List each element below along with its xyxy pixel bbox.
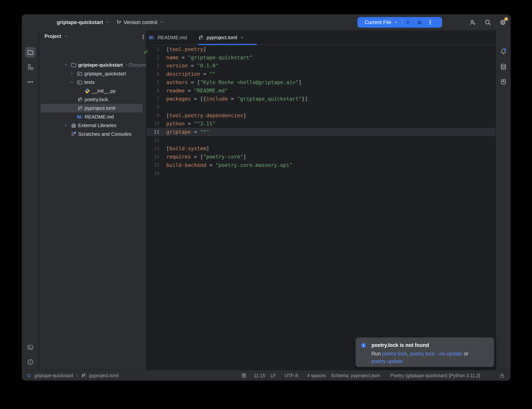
- code-line-11[interactable]: 11griptape = "*": [147, 128, 495, 136]
- lock-status-icon[interactable]: [499, 370, 505, 381]
- code-line-13[interactable]: 13[build-system]: [147, 144, 495, 153]
- settings-badge: [504, 17, 508, 21]
- status-line-separator[interactable]: LF: [270, 370, 276, 381]
- project-switcher[interactable]: griptape-quickstart: [57, 19, 110, 25]
- problems-button[interactable]: [25, 357, 36, 367]
- notification-link[interactable]: poetry update: [371, 358, 403, 364]
- markdown-icon: M↓: [149, 35, 155, 40]
- code-line-6[interactable]: 6readme = "README.md": [147, 86, 495, 95]
- editor-tab-bar: M↓README.md[T]pyproject.toml: [147, 30, 495, 45]
- line-number: 7: [147, 95, 159, 103]
- vcs-widget[interactable]: Version control: [116, 19, 164, 25]
- code-text: version = "0.1.0": [166, 62, 219, 70]
- code-line-7[interactable]: 7packages = [{include = "griptape_quicks…: [147, 95, 495, 103]
- notification-title: poetry.lock is not found: [371, 342, 429, 348]
- tree-item-label: README.md: [85, 114, 114, 120]
- editor[interactable]: 1[tool.poetry]2name = "griptape-quicksta…: [147, 45, 495, 370]
- code-line-14[interactable]: 14requires = ["poetry-core"]: [147, 153, 495, 161]
- right-tool-stripe: [496, 30, 511, 370]
- tree-item-scratches-and-consoles[interactable]: Scratches and Consoles: [39, 130, 146, 139]
- tab-readme-md[interactable]: M↓README.md: [149, 30, 194, 45]
- code-line-12[interactable]: 12: [147, 136, 495, 144]
- chevron-right-icon[interactable]: [64, 123, 68, 128]
- chevron-right-icon[interactable]: [70, 71, 74, 76]
- add-user-icon[interactable]: [469, 19, 476, 26]
- run-configuration-selector[interactable]: Current File: [365, 19, 391, 25]
- chevron-down-icon: [64, 34, 68, 39]
- code-line-8[interactable]: 8: [147, 103, 495, 111]
- line-number: 2: [147, 53, 159, 62]
- status-bar: griptape-quickstart › [T] pyproject.toml…: [22, 370, 511, 381]
- search-icon[interactable]: [484, 19, 491, 26]
- code-line-1[interactable]: 1[tool.poetry]: [147, 45, 495, 53]
- tree-item-griptape-quickstart[interactable]: griptape-quickstart~/Docume: [39, 61, 146, 69]
- tree-item-griptape-quickstart[interactable]: griptape_quickstart: [39, 69, 146, 78]
- code-line-5[interactable]: 5authors = ["Kyle Roche <hello@griptape.…: [147, 78, 495, 86]
- database-button[interactable]: [498, 62, 509, 72]
- notifications-bell-button[interactable]: [498, 46, 509, 57]
- more-run-options-button[interactable]: [427, 19, 433, 25]
- code-line-16[interactable]: 16: [147, 169, 495, 178]
- code-text: [tool.poetry]: [166, 45, 206, 53]
- tree-item-poetry-lock[interactable]: [T]poetry.lock: [39, 95, 146, 104]
- close-tab-icon[interactable]: [240, 35, 244, 40]
- line-number: 9: [147, 111, 159, 120]
- tab-pyproject-toml[interactable]: [T]pyproject.toml: [198, 30, 257, 45]
- tree-item-label: tests: [84, 79, 95, 85]
- code-line-15[interactable]: 15build-backend = "poetry.core.masonry.a…: [147, 161, 495, 169]
- code-line-4[interactable]: 4description = "": [147, 70, 495, 78]
- notification-text: or: [462, 351, 468, 357]
- more-tool-windows-button[interactable]: [25, 77, 36, 87]
- breadcrumb-project[interactable]: griptape-quickstart: [34, 373, 73, 378]
- ai-assistant-button[interactable]: [498, 76, 509, 87]
- tree-item-external-libraries[interactable]: External Libraries: [39, 121, 146, 130]
- settings-gear-icon[interactable]: [499, 19, 506, 26]
- code-text: name = "griptape-quickstart": [166, 53, 252, 62]
- status-schema[interactable]: Schema: pyproject.json: [331, 370, 380, 381]
- tab-label: pyproject.toml: [207, 35, 237, 40]
- svg-text:[T]: [T]: [80, 108, 83, 111]
- line-number: 10: [147, 120, 159, 128]
- module-icon: [27, 373, 31, 378]
- tree-item-label: pyproject.toml: [85, 105, 115, 111]
- tree-item-path: ~/Docume: [126, 62, 147, 68]
- title-bar: griptape-quickstart Version control Curr…: [22, 14, 511, 30]
- code-line-10[interactable]: 10python = "^3.11": [147, 120, 495, 128]
- chevron-down-icon: [159, 20, 164, 25]
- debug-button[interactable]: [416, 19, 423, 26]
- breadcrumb-file[interactable]: pyproject.toml: [89, 373, 119, 378]
- tree-item-label: External Libraries: [78, 122, 116, 128]
- chevron-down-icon[interactable]: [70, 80, 74, 85]
- project-folder-button[interactable]: [25, 47, 36, 57]
- run-button[interactable]: [405, 19, 411, 26]
- tree-item--init-py[interactable]: __init__.py: [39, 86, 146, 95]
- project-panel-header[interactable]: Project: [45, 33, 68, 39]
- status-interpreter[interactable]: Poetry (griptape-quickstart) [Python 3.1…: [390, 370, 480, 381]
- code-line-9[interactable]: 9[tool.poetry.dependencies]: [147, 111, 495, 120]
- code-text: packages = [{include = "griptape_quickst…: [166, 95, 308, 103]
- status-indent[interactable]: 4 spaces: [307, 370, 326, 381]
- structure-button[interactable]: [25, 62, 36, 72]
- tree-item-label: griptape_quickstart: [84, 71, 126, 76]
- line-number: 16: [147, 169, 159, 178]
- notification-link[interactable]: poetry lock: [382, 351, 407, 357]
- project-name: griptape-quickstart: [57, 19, 103, 25]
- tree-item-tests[interactable]: tests: [39, 78, 146, 86]
- ai-assistant-icon: [500, 78, 507, 86]
- line-number: 15: [147, 161, 159, 169]
- tree-item-pyproject-toml[interactable]: [T]pyproject.toml: [39, 104, 146, 112]
- chevron-down-icon[interactable]: [64, 63, 68, 67]
- code-line-3[interactable]: 3version = "0.1.0": [147, 62, 495, 70]
- status-caret-position[interactable]: 11:15: [254, 370, 265, 381]
- notification-link[interactable]: poetry lock --no-update: [410, 351, 462, 357]
- ai-assistant-status-icon[interactable]: [241, 370, 247, 381]
- chevron-down-icon: [105, 20, 110, 25]
- code-line-2[interactable]: 2name = "griptape-quickstart": [147, 53, 495, 62]
- left-tool-stripe: [22, 30, 39, 370]
- terminal-button[interactable]: [25, 342, 36, 353]
- code-text: readme = "README.md": [166, 86, 228, 95]
- tree-item-readme-md[interactable]: M↓README.md: [39, 112, 146, 121]
- markdown-icon: M↓: [77, 114, 83, 120]
- line-number: 13: [147, 144, 159, 153]
- status-encoding[interactable]: UTF-8: [284, 370, 298, 381]
